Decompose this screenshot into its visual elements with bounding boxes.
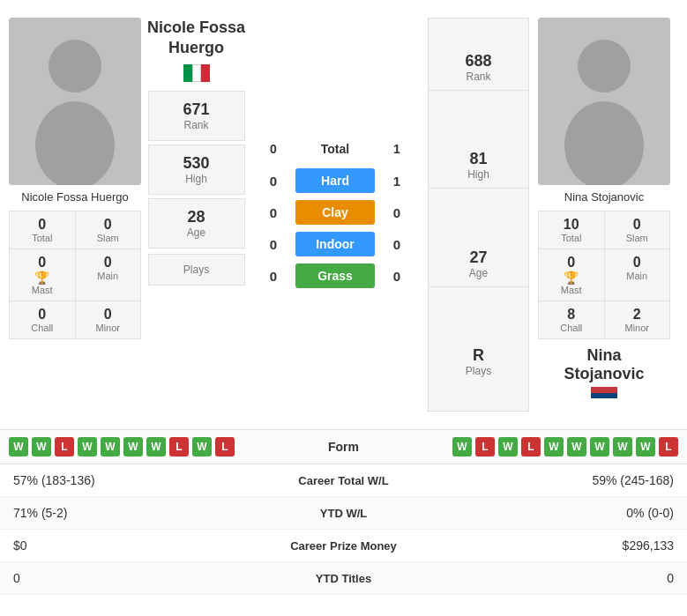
hard-left-score: 0 [265, 174, 282, 189]
left-chall-label: Chall [11, 323, 73, 333]
left-form-badge-l: L [169, 437, 189, 456]
right-high-label: High [433, 168, 524, 181]
stats-row-2: $0 Career Prize Money $296,133 [0, 530, 687, 562]
right-minor-label: Minor [607, 323, 668, 333]
stats-row-1: 71% (5-2) YTD W/L 0% (0-0) [0, 497, 687, 530]
left-plays-label: Plays [153, 263, 240, 276]
grass-left-score: 0 [265, 269, 282, 284]
left-stat-main: 0 Main [76, 249, 141, 301]
right-form-badge-w: W [613, 437, 632, 456]
right-slam-value: 0 [607, 217, 668, 233]
form-label: Form [287, 440, 401, 454]
right-form: WLWLWWWWWL [401, 437, 679, 456]
right-stat-total: 10 Total [539, 212, 604, 249]
right-form-badge-w: W [636, 437, 655, 456]
svg-point-1 [49, 40, 101, 93]
stats-center-3: YTD Titles [256, 572, 432, 585]
left-slam-value: 0 [78, 217, 139, 233]
left-main-value: 0 [78, 255, 139, 271]
bottom-stats: 57% (183-136) Career Total W/L 59% (245-… [0, 464, 687, 595]
right-player-name-flag: Nina Stojanovic [564, 346, 644, 412]
serbia-flag [591, 387, 617, 404]
left-plays-box: Plays [148, 254, 245, 286]
stats-right-2: $296,133 [432, 538, 675, 553]
left-high-value: 530 [153, 154, 240, 173]
right-form-badge-w: W [544, 437, 564, 456]
svg-point-4 [578, 40, 631, 93]
left-stat-mast: 0 🏆 Mast [10, 249, 75, 301]
left-player-flag [183, 64, 210, 82]
right-total-value: 10 [541, 217, 602, 233]
right-rank-block: 688 Rank [429, 45, 528, 91]
total-label: Total [295, 142, 375, 156]
hard-badge: Hard [295, 168, 375, 193]
total-left-score: 0 [265, 142, 282, 156]
stats-center-1: YTD W/L [256, 507, 432, 520]
right-minor-value: 2 [607, 307, 668, 323]
stats-left-0: 57% (183-136) [13, 473, 256, 487]
right-age-label: Age [433, 267, 524, 279]
clay-right-score: 0 [388, 205, 406, 220]
right-trophy-icon: 🏆 [564, 271, 579, 285]
left-form-badge-w: W [78, 437, 97, 456]
indoor-row: 0 Indoor 0 [265, 232, 406, 256]
left-minor-value: 0 [78, 307, 139, 323]
right-form-badge-w: W [498, 437, 518, 456]
right-stat-minor: 2 Minor [605, 301, 670, 338]
right-plays-label: Plays [433, 365, 524, 377]
right-player-name: Nina Stojanovic [564, 190, 644, 204]
right-plays-block: R Plays [429, 339, 528, 384]
left-player-name: Nicole Fossa Huergo [21, 190, 128, 204]
right-mast-value: 0 [567, 255, 575, 271]
grass-right-score: 0 [388, 269, 406, 284]
left-minor-label: Minor [78, 323, 139, 333]
left-form-badge-w: W [9, 437, 28, 456]
left-mast-value: 0 [38, 255, 46, 271]
stats-left-3: 0 [13, 571, 256, 585]
left-player-photo [9, 18, 141, 185]
right-high-value: 81 [433, 150, 524, 168]
right-high-block: 81 High [429, 143, 528, 189]
stats-center-2: Career Prize Money [256, 539, 432, 553]
right-age-value: 27 [433, 249, 524, 267]
right-center-stats: 688 Rank 81 High 27 Age R Plays [428, 18, 529, 412]
right-chall-label: Chall [541, 323, 602, 333]
clay-left-score: 0 [265, 205, 282, 220]
grass-badge: Grass [295, 263, 375, 288]
clay-row: 0 Clay 0 [265, 200, 406, 225]
stats-left-1: 71% (5-2) [13, 506, 256, 520]
total-right-score: 1 [388, 142, 406, 156]
stats-left-2: $0 [13, 538, 256, 553]
stats-center-0: Career Total W/L [256, 474, 432, 487]
right-player-flag [564, 387, 644, 404]
right-form-badge-w: W [452, 437, 472, 456]
main-container: Nicole Fossa Huergo 0 Total 0 Slam 0 🏆 M… [0, 0, 687, 595]
left-stat-minor: 0 Minor [76, 301, 141, 338]
italy-flag [183, 64, 210, 82]
right-stat-mast: 0 🏆 Mast [539, 249, 604, 301]
right-age-block: 27 Age [429, 241, 528, 287]
form-section: WWLWWWWLWL Form WLWLWWWWWL [0, 430, 687, 464]
right-chall-value: 8 [541, 307, 602, 323]
left-chall-value: 0 [11, 307, 73, 323]
left-age-label: Age [153, 226, 240, 239]
right-form-badge-w: W [567, 437, 586, 456]
right-stat-slam: 0 Slam [605, 212, 670, 249]
right-form-badge-l: L [521, 437, 541, 456]
left-high-box: 530 High [148, 145, 245, 195]
grass-row: 0 Grass 0 [265, 263, 406, 288]
right-main-label: Main [607, 271, 668, 281]
left-trophy-icon: 🏆 [34, 271, 49, 285]
indoor-right-score: 0 [388, 237, 406, 252]
comparison-top: Nicole Fossa Huergo 0 Total 0 Slam 0 🏆 M… [0, 0, 687, 430]
right-stat-chall: 8 Chall [539, 301, 604, 338]
clay-badge: Clay [295, 200, 375, 225]
right-player-photo [538, 18, 670, 185]
right-slam-label: Slam [607, 233, 668, 243]
left-mast-label: Mast [32, 285, 53, 295]
left-player-name-center: Nicole Fossa Huergo [147, 18, 245, 59]
indoor-badge: Indoor [295, 232, 375, 256]
left-slam-label: Slam [78, 233, 139, 243]
indoor-left-score: 0 [265, 237, 282, 252]
left-rank-label: Rank [153, 119, 240, 131]
